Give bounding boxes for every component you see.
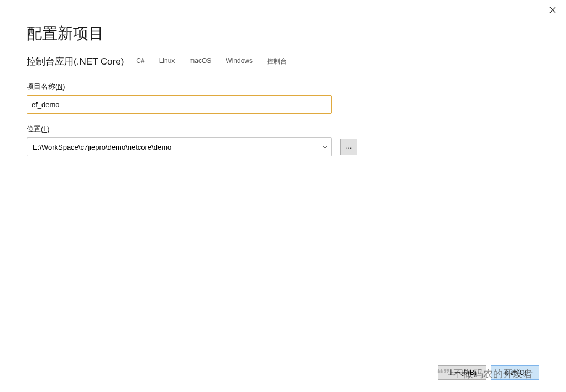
subtitle-row: 控制台应用(.NET Core) C# Linux macOS Windows … (27, 55, 539, 68)
tag-windows: Windows (223, 56, 255, 67)
project-name-field: 项目名称(N) ef_demo (27, 82, 539, 114)
tag-linux: Linux (157, 56, 177, 67)
browse-button[interactable]: ... (340, 139, 357, 155)
location-value: E:\WorkSpace\c7jiepro\demo\netcore\demo (33, 143, 171, 151)
location-row: E:\WorkSpace\c7jiepro\demo\netcore\demo … (27, 137, 539, 156)
project-name-input[interactable]: ef_demo (27, 95, 332, 114)
back-button[interactable]: 上一步(B) (438, 365, 486, 380)
tag-console: 控制台 (265, 56, 289, 67)
tag-macos: macOS (187, 56, 213, 67)
page-title: 配置新项目 (27, 23, 539, 44)
close-button[interactable] (547, 4, 558, 15)
chevron-down-icon (322, 145, 328, 149)
project-name-value: ef_demo (32, 100, 60, 109)
close-icon (549, 7, 556, 13)
main-content: 配置新项目 控制台应用(.NET Core) C# Linux macOS Wi… (0, 0, 566, 156)
tag-csharp: C# (134, 56, 146, 67)
location-field: 位置(L) E:\WorkSpace\c7jiepro\demo\netcore… (27, 125, 539, 156)
project-name-label: 项目名称(N) (27, 82, 539, 92)
tag-list: C# Linux macOS Windows 控制台 (134, 56, 289, 67)
create-button[interactable]: 创建(C) (491, 365, 539, 380)
project-type-label: 控制台应用(.NET Core) (27, 55, 124, 68)
footer-actions: 上一步(B) 创建(C) (438, 353, 539, 392)
location-dropdown[interactable]: E:\WorkSpace\c7jiepro\demo\netcore\demo (27, 137, 332, 156)
location-label: 位置(L) (27, 125, 539, 134)
